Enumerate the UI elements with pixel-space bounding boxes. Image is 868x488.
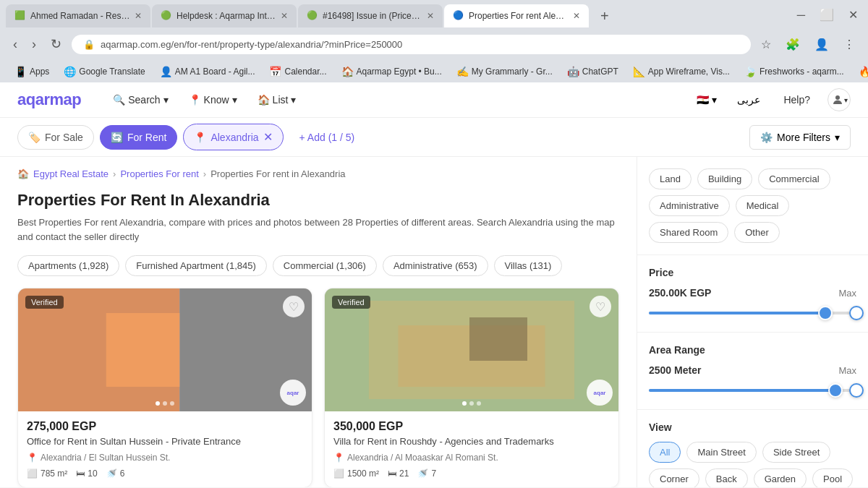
price-thumb-right[interactable] — [849, 306, 864, 320]
address-bar[interactable]: 🔒 aqarmap.com.eg/en/for-rent/property-ty… — [72, 35, 751, 54]
category-furnished[interactable]: Furnished Apartment (1,845) — [125, 255, 266, 276]
tab-close-2[interactable]: ✕ — [281, 11, 288, 21]
card-stats-2: ⬜ 1500 m² 🛏 21 🚿 7 — [333, 468, 610, 479]
stat-area-2: ⬜ 1500 m² — [333, 468, 379, 479]
dot-2-3 — [477, 401, 481, 406]
browser-tab-1[interactable]: 🟩 Ahmed Ramadan - Responsib... ✕ — [6, 4, 150, 27]
property-card-1[interactable]: Verified ♡ aqar 275,000 EGP Office for R… — [17, 288, 312, 487]
area-thumb-right[interactable] — [849, 383, 864, 398]
card-body-1: 275,000 EGP Office for Rent in Sultan Hu… — [18, 411, 312, 487]
minimize-button[interactable]: ─ — [793, 6, 809, 25]
bookmark-star-button[interactable]: ☆ — [757, 35, 775, 54]
bookmark-agileboard[interactable]: 👤 AM A1 Board - Agil... — [154, 64, 261, 80]
location-label: Alexandria — [210, 132, 258, 143]
dot-1-2 — [163, 401, 167, 406]
location-tag-close[interactable]: ✕ — [263, 130, 273, 144]
help-button[interactable]: Help? — [775, 90, 819, 110]
type-shared-room-chip[interactable]: Shared Room — [649, 222, 728, 243]
profile-button[interactable]: 👤 — [810, 35, 833, 54]
bookmark-translate[interactable]: 🌐 Google Translate — [58, 64, 150, 80]
for-rent-button[interactable]: 🔄 For Rent — [100, 125, 177, 150]
property-type-chips-row2: Administrative Medical — [649, 195, 856, 216]
left-panel: 🏠 Egypt Real Estate › Properties For ren… — [0, 157, 637, 487]
bookmark-freshworks[interactable]: 🍃 Freshworks - aqarm... — [739, 64, 850, 80]
view-all-chip[interactable]: All — [649, 442, 681, 463]
category-commercial[interactable]: Commercial (1,306) — [273, 255, 377, 276]
reload-button[interactable]: ↻ — [46, 33, 66, 55]
arabic-language-button[interactable]: عربى — [731, 91, 766, 108]
list-nav-button[interactable]: 🏠 List ▾ — [249, 90, 305, 110]
bookmarks-bar: 📱 Apps 🌐 Google Translate 👤 AM A1 Board … — [0, 61, 868, 82]
back-button[interactable]: ‹ — [9, 34, 22, 55]
bookmark-calendar[interactable]: 📅 Calendar... — [263, 64, 332, 80]
tab-title-1: Ahmed Ramadan - Responsib... — [30, 11, 130, 21]
breadcrumb-sep-1: › — [113, 168, 116, 179]
bookmark-wireframe-label: App Wireframe, Vis... — [648, 67, 730, 77]
card-price-2: 350,000 EGP — [333, 420, 610, 433]
bookmark-grammarly[interactable]: ✍️ My Grammarly - Gr... — [451, 64, 558, 80]
bookmark-apps[interactable]: 📱 Apps — [9, 64, 55, 80]
tab-close-1[interactable]: ✕ — [135, 11, 142, 21]
area-value-1: 785 m² — [41, 468, 67, 479]
hotjar-icon: 🔥 — [859, 66, 868, 77]
type-building-chip[interactable]: Building — [697, 168, 752, 189]
property-card-2[interactable]: Verified ♡ aqar 350,000 EGP Villa for Re… — [324, 288, 619, 487]
user-avatar[interactable]: ▾ — [827, 88, 851, 111]
type-other-chip[interactable]: Other — [734, 222, 780, 243]
close-window-button[interactable]: ✕ — [844, 5, 862, 25]
favorite-button-2[interactable]: ♡ — [590, 296, 611, 317]
rooms-value-1: 10 — [88, 468, 97, 479]
language-selector[interactable]: 🇪🇬 ▾ — [691, 91, 723, 108]
browser-tab-2[interactable]: 🟢 Helpdesk : Aqarmap Internal ✕ — [152, 4, 297, 27]
breadcrumb-link-2[interactable]: Properties For rent — [120, 168, 198, 179]
browser-tab-4[interactable]: 🔵 Properties For rent Alexandria ✕ — [444, 4, 589, 27]
tab-close-3[interactable]: ✕ — [427, 11, 434, 21]
more-filters-button[interactable]: ⚙️ More Filters ▾ — [749, 125, 851, 150]
site-logo[interactable]: aqarmap — [17, 90, 81, 109]
aqarmap-icon: 🏠 — [341, 66, 354, 77]
view-back-chip[interactable]: Back — [705, 468, 748, 487]
bookmark-chatgpt[interactable]: 🤖 ChatGPT — [561, 64, 624, 80]
category-administrative[interactable]: Administrative (653) — [383, 255, 488, 276]
stat-rooms-1: 🛏 10 — [76, 468, 97, 479]
favorite-button-1[interactable]: ♡ — [283, 296, 305, 317]
new-tab-button[interactable]: + — [593, 5, 616, 27]
know-nav-button[interactable]: 📍 Know ▾ — [180, 90, 246, 110]
extensions-button[interactable]: 🧩 — [781, 35, 804, 54]
breadcrumb-link-1[interactable]: Egypt Real Estate — [33, 168, 109, 179]
bookmark-wireframe[interactable]: 📐 App Wireframe, Vis... — [627, 64, 736, 80]
add-filter-button[interactable]: + Add (1 / 5) — [289, 126, 365, 149]
type-commercial-chip[interactable]: Commercial — [758, 168, 830, 189]
bookmark-hotjar[interactable]: 🔥 Hotjar: Website Hea... — [853, 64, 868, 80]
type-land-chip[interactable]: Land — [649, 168, 692, 189]
forward-button[interactable]: › — [27, 34, 41, 55]
view-main-street-chip[interactable]: Main Street — [686, 442, 756, 463]
view-garden-chip[interactable]: Garden — [754, 468, 807, 487]
bookmark-grammarly-label: My Grammarly - Gr... — [472, 67, 553, 77]
know-nav-icon: 📍 — [189, 94, 201, 106]
restore-button[interactable]: ⬜ — [815, 5, 838, 25]
area-thumb-left[interactable] — [828, 383, 843, 398]
tab-close-4[interactable]: ✕ — [573, 11, 580, 21]
location-pin-icon-2: 📍 — [333, 453, 344, 463]
category-apartments[interactable]: Apartments (1,928) — [17, 255, 119, 276]
price-range-slider[interactable] — [649, 306, 856, 320]
view-pool-chip[interactable]: Pool — [812, 468, 853, 487]
for-sale-icon: 🏷️ — [28, 132, 41, 143]
for-sale-button[interactable]: 🏷️ For Sale — [17, 125, 94, 150]
search-nav-button[interactable]: 🔍 Search ▾ — [104, 90, 176, 110]
area-value: 2500 Meter — [649, 364, 701, 376]
area-range-slider[interactable] — [649, 383, 856, 398]
tab-favicon-3: 🟢 — [307, 10, 318, 22]
type-administrative-chip[interactable]: Administrative — [649, 195, 730, 216]
menu-button[interactable]: ⋮ — [839, 35, 859, 54]
bookmark-aqarmap[interactable]: 🏠 Aqarmap Egypt • Bu... — [336, 64, 448, 80]
location-filter-tag[interactable]: 📍 Alexandria ✕ — [183, 124, 283, 150]
type-medical-chip[interactable]: Medical — [736, 195, 790, 216]
category-villas[interactable]: Villas (131) — [494, 255, 563, 276]
view-chips: All Main Street Side Street Corner Back … — [649, 442, 856, 487]
view-side-street-chip[interactable]: Side Street — [762, 442, 830, 463]
browser-tab-3[interactable]: 🟢 #16498] Issue in (Price Range) ✕ — [298, 4, 443, 27]
price-thumb-left[interactable] — [818, 306, 833, 320]
view-corner-chip[interactable]: Corner — [649, 468, 699, 487]
